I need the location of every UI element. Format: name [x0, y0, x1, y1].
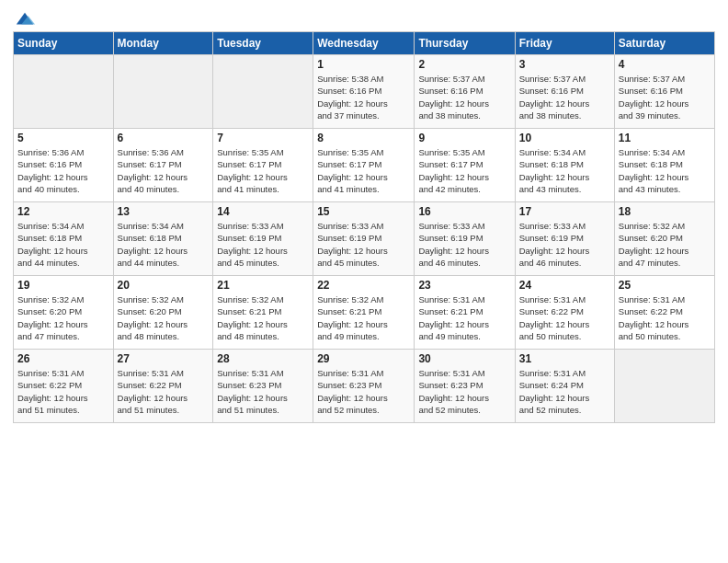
day-info: Sunrise: 5:32 AM Sunset: 6:21 PM Dayligh…: [217, 293, 309, 342]
day-number: 7: [217, 132, 309, 144]
day-cell: 15Sunrise: 5:33 AM Sunset: 6:19 PM Dayli…: [313, 202, 415, 276]
day-cell: 4Sunrise: 5:37 AM Sunset: 6:16 PM Daylig…: [614, 55, 714, 129]
day-info: Sunrise: 5:35 AM Sunset: 6:17 PM Dayligh…: [217, 146, 309, 195]
day-cell: 23Sunrise: 5:31 AM Sunset: 6:21 PM Dayli…: [415, 276, 515, 350]
day-cell: 27Sunrise: 5:31 AM Sunset: 6:22 PM Dayli…: [113, 350, 213, 423]
day-cell: 8Sunrise: 5:35 AM Sunset: 6:17 PM Daylig…: [313, 129, 415, 202]
day-number: 14: [217, 205, 309, 218]
week-row-1: 1Sunrise: 5:38 AM Sunset: 6:16 PM Daylig…: [14, 55, 715, 129]
logo: [13, 9, 35, 26]
day-info: Sunrise: 5:36 AM Sunset: 6:17 PM Dayligh…: [118, 146, 210, 195]
day-number: 30: [418, 352, 510, 365]
day-info: Sunrise: 5:31 AM Sunset: 6:23 PM Dayligh…: [217, 367, 309, 416]
day-cell: 24Sunrise: 5:31 AM Sunset: 6:22 PM Dayli…: [515, 276, 614, 350]
day-cell: 28Sunrise: 5:31 AM Sunset: 6:23 PM Dayli…: [213, 350, 313, 423]
day-info: Sunrise: 5:32 AM Sunset: 6:21 PM Dayligh…: [317, 293, 410, 342]
day-info: Sunrise: 5:34 AM Sunset: 6:18 PM Dayligh…: [619, 146, 711, 195]
day-cell: 1Sunrise: 5:38 AM Sunset: 6:16 PM Daylig…: [313, 55, 415, 129]
day-info: Sunrise: 5:34 AM Sunset: 6:18 PM Dayligh…: [17, 220, 109, 269]
day-info: Sunrise: 5:37 AM Sunset: 6:16 PM Dayligh…: [519, 73, 610, 121]
day-number: 22: [317, 279, 410, 292]
day-info: Sunrise: 5:31 AM Sunset: 6:22 PM Dayligh…: [619, 293, 711, 342]
day-cell: 2Sunrise: 5:37 AM Sunset: 6:16 PM Daylig…: [415, 55, 515, 129]
day-info: Sunrise: 5:31 AM Sunset: 6:22 PM Dayligh…: [17, 367, 109, 416]
header-day-monday: Monday: [113, 32, 213, 55]
header-day-wednesday: Wednesday: [313, 32, 415, 55]
day-number: 8: [317, 132, 410, 144]
day-number: 28: [217, 352, 309, 365]
day-number: 11: [619, 132, 711, 144]
day-cell: 9Sunrise: 5:35 AM Sunset: 6:17 PM Daylig…: [415, 129, 515, 202]
day-number: 10: [519, 132, 610, 144]
day-cell: 14Sunrise: 5:33 AM Sunset: 6:19 PM Dayli…: [213, 202, 313, 276]
header-day-tuesday: Tuesday: [213, 32, 313, 55]
day-cell: 11Sunrise: 5:34 AM Sunset: 6:18 PM Dayli…: [614, 129, 714, 202]
day-number: 1: [317, 58, 410, 71]
day-number: 13: [118, 205, 210, 218]
day-number: 17: [519, 205, 610, 218]
day-cell: 7Sunrise: 5:35 AM Sunset: 6:17 PM Daylig…: [213, 129, 313, 202]
day-number: 6: [118, 132, 210, 144]
day-cell: 18Sunrise: 5:32 AM Sunset: 6:20 PM Dayli…: [614, 202, 714, 276]
day-number: 15: [317, 205, 410, 218]
day-info: Sunrise: 5:33 AM Sunset: 6:19 PM Dayligh…: [317, 220, 410, 269]
day-cell: 5Sunrise: 5:36 AM Sunset: 6:16 PM Daylig…: [14, 129, 114, 202]
day-number: 2: [418, 58, 510, 71]
day-info: Sunrise: 5:32 AM Sunset: 6:20 PM Dayligh…: [619, 220, 711, 269]
day-info: Sunrise: 5:34 AM Sunset: 6:18 PM Dayligh…: [519, 146, 610, 195]
day-info: Sunrise: 5:31 AM Sunset: 6:23 PM Dayligh…: [418, 367, 510, 416]
week-row-4: 19Sunrise: 5:32 AM Sunset: 6:20 PM Dayli…: [14, 276, 715, 350]
day-info: Sunrise: 5:37 AM Sunset: 6:16 PM Dayligh…: [418, 73, 510, 121]
header-day-friday: Friday: [515, 32, 614, 55]
day-info: Sunrise: 5:33 AM Sunset: 6:19 PM Dayligh…: [418, 220, 510, 269]
day-cell: 25Sunrise: 5:31 AM Sunset: 6:22 PM Dayli…: [614, 276, 714, 350]
day-number: 23: [418, 279, 510, 292]
day-cell: 20Sunrise: 5:32 AM Sunset: 6:20 PM Dayli…: [113, 276, 213, 350]
logo-icon: [15, 9, 35, 29]
day-cell: 16Sunrise: 5:33 AM Sunset: 6:19 PM Dayli…: [415, 202, 515, 276]
page: SundayMondayTuesdayWednesdayThursdayFrid…: [0, 0, 728, 563]
header: [13, 9, 715, 26]
header-day-thursday: Thursday: [415, 32, 515, 55]
day-cell: 13Sunrise: 5:34 AM Sunset: 6:18 PM Dayli…: [113, 202, 213, 276]
day-cell: 12Sunrise: 5:34 AM Sunset: 6:18 PM Dayli…: [14, 202, 114, 276]
day-number: 16: [418, 205, 510, 218]
day-cell: 3Sunrise: 5:37 AM Sunset: 6:16 PM Daylig…: [515, 55, 614, 129]
day-cell: 26Sunrise: 5:31 AM Sunset: 6:22 PM Dayli…: [14, 350, 114, 423]
day-cell: 10Sunrise: 5:34 AM Sunset: 6:18 PM Dayli…: [515, 129, 614, 202]
day-number: 12: [17, 205, 109, 218]
day-number: 24: [519, 279, 610, 292]
header-day-saturday: Saturday: [614, 32, 714, 55]
day-number: 21: [217, 279, 309, 292]
week-row-3: 12Sunrise: 5:34 AM Sunset: 6:18 PM Dayli…: [14, 202, 715, 276]
day-info: Sunrise: 5:36 AM Sunset: 6:16 PM Dayligh…: [17, 146, 109, 195]
day-info: Sunrise: 5:35 AM Sunset: 6:17 PM Dayligh…: [317, 146, 410, 195]
day-number: 19: [17, 279, 109, 292]
day-info: Sunrise: 5:31 AM Sunset: 6:23 PM Dayligh…: [317, 367, 410, 416]
day-cell: [14, 55, 114, 129]
day-info: Sunrise: 5:32 AM Sunset: 6:20 PM Dayligh…: [17, 293, 109, 342]
header-row: SundayMondayTuesdayWednesdayThursdayFrid…: [14, 32, 715, 55]
day-number: 26: [17, 352, 109, 365]
day-info: Sunrise: 5:31 AM Sunset: 6:24 PM Dayligh…: [519, 367, 610, 416]
day-number: 25: [619, 279, 711, 292]
day-info: Sunrise: 5:31 AM Sunset: 6:21 PM Dayligh…: [418, 293, 510, 342]
day-number: 29: [317, 352, 410, 365]
day-number: 27: [118, 352, 210, 365]
day-info: Sunrise: 5:33 AM Sunset: 6:19 PM Dayligh…: [217, 220, 309, 269]
day-info: Sunrise: 5:31 AM Sunset: 6:22 PM Dayligh…: [519, 293, 610, 342]
day-info: Sunrise: 5:35 AM Sunset: 6:17 PM Dayligh…: [418, 146, 510, 195]
day-cell: 29Sunrise: 5:31 AM Sunset: 6:23 PM Dayli…: [313, 350, 415, 423]
calendar-table: SundayMondayTuesdayWednesdayThursdayFrid…: [13, 31, 715, 423]
day-info: Sunrise: 5:38 AM Sunset: 6:16 PM Dayligh…: [317, 73, 410, 121]
day-info: Sunrise: 5:37 AM Sunset: 6:16 PM Dayligh…: [619, 73, 711, 121]
day-number: 9: [418, 132, 510, 144]
day-cell: 22Sunrise: 5:32 AM Sunset: 6:21 PM Dayli…: [313, 276, 415, 350]
day-info: Sunrise: 5:32 AM Sunset: 6:20 PM Dayligh…: [118, 293, 210, 342]
day-number: 5: [17, 132, 109, 144]
day-number: 18: [619, 205, 711, 218]
day-cell: [213, 55, 313, 129]
day-info: Sunrise: 5:34 AM Sunset: 6:18 PM Dayligh…: [118, 220, 210, 269]
day-number: 31: [519, 352, 610, 365]
header-day-sunday: Sunday: [14, 32, 114, 55]
